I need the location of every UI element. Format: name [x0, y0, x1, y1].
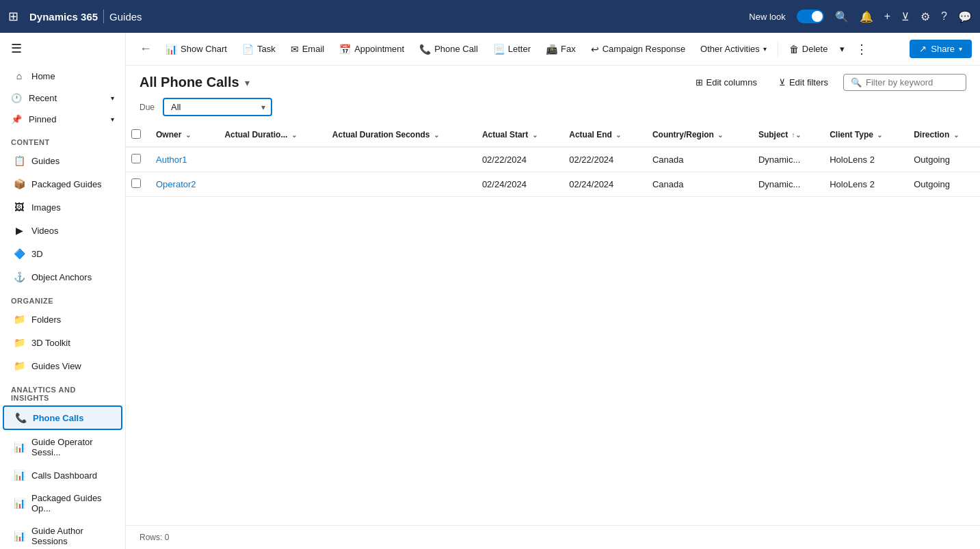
guide-author-sessions-icon: 📊	[14, 531, 25, 541]
filter-icon[interactable]: ⊻	[901, 10, 910, 23]
fax-button[interactable]: 📠 Fax	[539, 40, 583, 59]
sidebar-item-recent[interactable]: 🕐 Recent ▾	[0, 88, 125, 109]
select-all-checkbox[interactable]	[131, 129, 141, 139]
owner-column-header[interactable]: Owner ⌄	[148, 123, 216, 147]
page-title-dropdown-icon[interactable]: ▾	[245, 77, 250, 88]
letter-button[interactable]: 📃 Letter	[486, 40, 538, 59]
sidebar-item-packaged-guides[interactable]: 📦 Packaged Guides	[3, 173, 122, 195]
chat-icon[interactable]: 💬	[958, 10, 972, 23]
sidebar-item-videos[interactable]: ▶ Videos	[3, 219, 122, 241]
new-look-label: New look	[749, 12, 785, 22]
filter-due-select[interactable]: All Today This Week This Month Overdue	[163, 98, 272, 116]
app-name[interactable]: Guides	[109, 11, 142, 23]
actual-duration-column-header[interactable]: Actual Duratio... ⌄	[216, 123, 323, 147]
actual-end-column-header[interactable]: Actual End ⌄	[561, 123, 644, 147]
object-anchors-icon: ⚓	[14, 271, 25, 282]
analytics-section-label: Analytics and Insights	[0, 377, 125, 405]
campaign-label: Campaign Response	[602, 44, 685, 54]
search-icon[interactable]: 🔍	[835, 10, 849, 23]
phone-call-button[interactable]: 📞 Phone Call	[412, 40, 485, 59]
filter-row: Due All Today This Week This Month Overd…	[126, 91, 980, 123]
sidebar: ☰ ⌂ Home 🕐 Recent ▾ 📌 Pinned ▾ Content 📋…	[0, 33, 126, 549]
sidebar-item-home[interactable]: ⌂ Home	[3, 65, 122, 87]
row-checkbox[interactable]	[131, 178, 141, 188]
country-region-column-label: Country/Region	[652, 130, 714, 139]
sidebar-item-folders-label: Folders	[31, 314, 61, 325]
sidebar-item-guide-operator-sessions[interactable]: 📊 Guide Operator Sessi...	[3, 431, 122, 463]
sidebar-item-pinned-label: Pinned	[29, 114, 56, 124]
share-button[interactable]: ↗ Share ▾	[910, 40, 972, 58]
sidebar-item-guides-view-label: Guides View	[31, 361, 81, 371]
page-title-row: All Phone Calls ▾	[140, 75, 250, 90]
other-activities-button[interactable]: Other Activities ▾	[693, 40, 773, 58]
packaged-guides-icon: 📦	[14, 178, 25, 189]
owner-link[interactable]: Author1	[156, 155, 187, 165]
rows-count: Rows: 0	[140, 533, 169, 542]
data-table-container: Owner ⌄ Actual Duratio... ⌄ Actual Durat…	[126, 123, 980, 525]
more-icon: ⋮	[856, 42, 868, 57]
direction-column-header[interactable]: Direction ⌄	[905, 123, 980, 147]
notification-icon[interactable]: 🔔	[860, 10, 873, 23]
add-icon[interactable]: +	[884, 10, 890, 23]
more-button[interactable]: ⋮	[850, 40, 873, 58]
keyword-input[interactable]	[866, 77, 959, 88]
nav-divider	[103, 10, 104, 23]
brand-name[interactable]: Dynamics 365	[29, 11, 98, 23]
share-label: Share	[931, 44, 955, 54]
keyword-search-icon: 🔍	[851, 77, 862, 88]
task-button[interactable]: 📄 Task	[235, 40, 282, 59]
edit-filters-button[interactable]: ⊻ Edit filters	[772, 74, 835, 91]
sidebar-item-folders[interactable]: 📁 Folders	[3, 308, 122, 330]
sidebar-item-guides[interactable]: 📋 Guides	[3, 150, 122, 172]
help-icon[interactable]: ?	[941, 10, 947, 23]
subject-column-header[interactable]: Subject ↑⌄	[750, 123, 821, 147]
sidebar-item-guide-author-sessions[interactable]: 📊 Guide Author Sessions	[3, 520, 122, 549]
email-button[interactable]: ✉ Email	[284, 40, 332, 59]
sidebar-item-images[interactable]: 🖼 Images	[3, 196, 122, 218]
pinned-chevron-icon: ▾	[111, 116, 114, 123]
content-section-label: Content	[0, 130, 125, 149]
letter-icon: 📃	[493, 44, 505, 55]
sidebar-item-3d-toolkit[interactable]: 📁 3D Toolkit	[3, 332, 122, 353]
grid-icon[interactable]: ⊞	[8, 9, 18, 24]
actual-start-cell: 02/24/2024	[474, 172, 561, 197]
client-type-cell: HoloLens 2	[821, 172, 905, 197]
filter-by-keyword-input[interactable]: 🔍	[843, 74, 966, 91]
videos-icon: ▶	[14, 225, 25, 236]
row-checkbox[interactable]	[131, 154, 141, 163]
subject-cell: Dynamic...	[750, 147, 821, 172]
actual-duration-seconds-column-header[interactable]: Actual Duration Seconds ⌄	[324, 123, 474, 147]
country-region-sort-icon: ⌄	[717, 131, 723, 139]
sidebar-item-calls-dashboard[interactable]: 📊 Calls Dashboard	[3, 464, 122, 486]
appointment-icon: 📅	[339, 44, 351, 55]
home-icon: ⌂	[14, 70, 25, 81]
sidebar-item-pinned[interactable]: 📌 Pinned ▾	[0, 109, 125, 130]
settings-icon[interactable]: ⚙	[921, 10, 930, 23]
sidebar-item-packaged-guides-op[interactable]: 📊 Packaged Guides Op...	[3, 487, 122, 519]
new-look-toggle[interactable]	[797, 10, 824, 23]
back-button[interactable]: ←	[134, 39, 157, 59]
share-dropdown-icon: ▾	[959, 45, 962, 53]
owner-link[interactable]: Operator2	[156, 179, 196, 189]
hamburger-button[interactable]: ☰	[0, 33, 125, 64]
sidebar-item-recent-label: Recent	[29, 93, 57, 103]
actual-duration-seconds-cell	[324, 172, 474, 197]
delete-dropdown-button[interactable]: ▾	[836, 40, 849, 58]
delete-button[interactable]: 🗑 Delete	[782, 40, 835, 59]
3d-icon: 🔷	[14, 248, 25, 259]
fax-icon: 📠	[546, 44, 557, 55]
sidebar-item-3d[interactable]: 🔷 3D	[3, 243, 122, 265]
country-region-column-header[interactable]: Country/Region ⌄	[644, 123, 750, 147]
client-type-column-header[interactable]: Client Type ⌄	[821, 123, 905, 147]
share-icon: ↗	[919, 44, 927, 54]
actual-start-column-header[interactable]: Actual Start ⌄	[474, 123, 561, 147]
show-chart-button[interactable]: 📊 Show Chart	[159, 40, 234, 59]
sidebar-item-phone-calls[interactable]: 📞 Phone Calls	[3, 405, 122, 430]
main-layout: ☰ ⌂ Home 🕐 Recent ▾ 📌 Pinned ▾ Content 📋…	[0, 33, 980, 549]
appointment-button[interactable]: 📅 Appointment	[332, 40, 411, 59]
sidebar-item-object-anchors[interactable]: ⚓ Object Anchors	[3, 266, 122, 288]
phone-call-label: Phone Call	[434, 44, 478, 54]
campaign-response-button[interactable]: ↩ Campaign Response	[584, 40, 692, 59]
sidebar-item-guides-view[interactable]: 📁 Guides View	[3, 355, 122, 377]
edit-columns-button[interactable]: ⊞ Edit columns	[689, 74, 764, 91]
